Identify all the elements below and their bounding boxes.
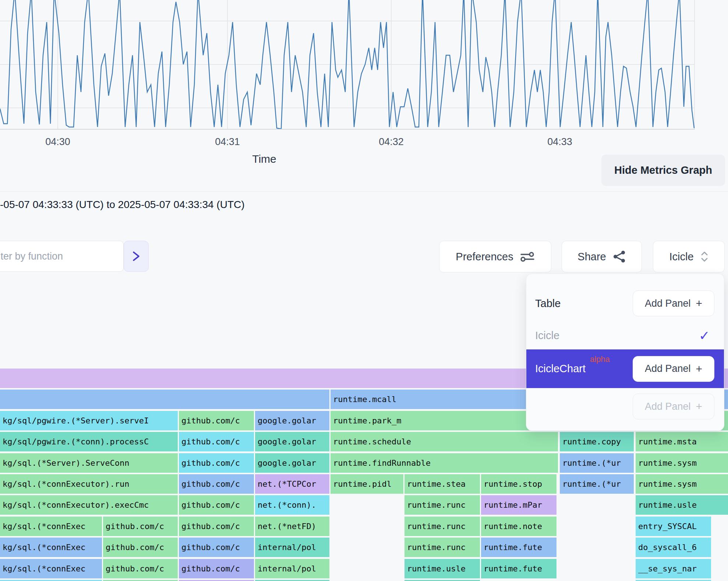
flame-cell[interactable]: runtime.sysm xyxy=(636,474,728,494)
flame-cell[interactable]: runtime.note xyxy=(481,517,556,536)
flame-cell-label: github.com/c xyxy=(181,437,240,446)
flame-cell[interactable]: kg/sql.(*connExec xyxy=(0,517,102,536)
flame-cell[interactable]: runtime.runc xyxy=(404,495,480,515)
flame-cell[interactable]: runtime.usle xyxy=(404,559,480,578)
flame-cell[interactable]: kg/sql.(*Server).ServeConn xyxy=(0,453,178,473)
flame-cell[interactable]: net.(*netFD) xyxy=(255,517,329,536)
flame-cell[interactable]: kg/sql/pgwire.(*Server).serveI xyxy=(0,411,178,430)
add-panel-label: Add Panel xyxy=(645,401,691,412)
flame-cell-label: github.com/c xyxy=(106,564,164,573)
flame-cell-label: entry_SYSCAL xyxy=(638,522,697,531)
flame-cell[interactable]: github.com/c xyxy=(179,517,254,536)
flame-cell[interactable]: do_syscall_6 xyxy=(636,538,711,557)
flame-cell[interactable]: runtime.stop xyxy=(481,474,556,494)
flame-cell-label: runtime.copy xyxy=(562,437,621,446)
flame-cell-label: runtime.note xyxy=(484,522,542,531)
flame-cell[interactable]: runtime.runc xyxy=(404,538,480,557)
menu-item-icicle-label: Icicle xyxy=(535,330,559,342)
flame-cell[interactable]: kg/sql.(*connExec xyxy=(0,538,102,557)
add-panel-iciclechart-button[interactable]: Add Panel + xyxy=(633,356,714,382)
flame-cell[interactable]: net.(*TCPCor xyxy=(255,474,329,494)
flame-cell[interactable]: kg/sql.(*connExecutor).run xyxy=(0,474,178,494)
flame-cell[interactable]: github.com/c xyxy=(179,538,254,557)
flame-cell[interactable]: runtime.stea xyxy=(404,474,480,494)
flame-cell[interactable]: internal/pol xyxy=(255,538,329,557)
flame-cell[interactable]: github.com/c xyxy=(103,517,178,536)
flame-cell-label: do_syscall_6 xyxy=(638,543,697,552)
flame-cell[interactable]: google.golar xyxy=(255,411,329,430)
flame-cell[interactable]: runtime.fute xyxy=(481,559,556,578)
flame-cell-label: runtime.mPar xyxy=(484,500,542,510)
flame-cell-label: kg/sql.(*Server).ServeConn xyxy=(3,458,129,468)
add-panel-label: Add Panel xyxy=(645,363,691,374)
add-panel-disabled-button: Add Panel + xyxy=(633,394,714,419)
menu-item-add-panel-disabled: Add Panel + xyxy=(526,388,724,425)
flame-cell[interactable]: __se_sys_nar xyxy=(636,559,711,578)
flame-cell[interactable]: runtime.(*ur xyxy=(560,474,634,494)
flame-cell[interactable]: kg/sql.(*connExecutor).execCmc xyxy=(0,495,178,515)
add-panel-label: Add Panel xyxy=(645,298,691,309)
flame-cell[interactable]: runtime.sysm xyxy=(636,453,728,473)
flame-cell[interactable]: github.com/c xyxy=(179,559,254,578)
flame-cell-label: google.golar xyxy=(258,416,316,425)
flame-cell[interactable]: github.com/c xyxy=(103,538,178,557)
flame-cell[interactable]: runtime.fute xyxy=(481,538,556,557)
add-panel-table-button[interactable]: Add Panel + xyxy=(633,290,714,316)
menu-item-table-label: Table xyxy=(535,297,561,310)
flame-cell[interactable]: google.golar xyxy=(255,453,329,473)
flame-cell-label: runtime.pidl xyxy=(333,479,392,489)
flame-cell[interactable]: net.(*conn). xyxy=(255,495,329,515)
flame-cell[interactable]: github.com/c xyxy=(179,474,254,494)
flame-cell-label: runtime.sysm xyxy=(638,458,697,468)
flame-cell[interactable]: runtime.schedule xyxy=(331,432,558,451)
flame-cell[interactable]: github.com/c xyxy=(103,559,178,578)
flame-cell[interactable]: kg/sql/pgwire.(*conn).processC xyxy=(0,432,178,451)
plus-icon: + xyxy=(696,298,703,309)
flame-cell[interactable]: kg/sql.(*connExec xyxy=(0,559,102,578)
flame-cell[interactable]: runtime.(*ur xyxy=(560,453,634,473)
flame-cell-label: github.com/c xyxy=(181,543,240,552)
flame-cell[interactable]: github.com/c xyxy=(179,453,254,473)
flame-cell-label: internal/pol xyxy=(258,564,316,573)
flame-cell[interactable]: runtime.runc xyxy=(404,517,480,536)
flame-cell[interactable]: entry_SYSCAL xyxy=(636,517,711,536)
menu-item-table[interactable]: Table Add Panel + xyxy=(526,285,724,322)
flame-cell[interactable]: runtime.msta xyxy=(636,432,728,451)
menu-item-icicle[interactable]: Icicle ✓ xyxy=(526,322,724,349)
flame-cell-label: internal/pol xyxy=(258,543,316,552)
flame-cell-label: net.(*netFD) xyxy=(258,522,316,531)
flame-cell-label: net.(*TCPCor xyxy=(258,479,316,489)
flame-cell[interactable]: runtime.usle xyxy=(636,495,728,515)
flame-cell-label: runtime.runc xyxy=(407,543,466,552)
flame-cell[interactable]: github.com/c xyxy=(179,411,254,430)
flame-cell[interactable]: google.golar xyxy=(255,432,329,451)
flame-cell[interactable]: github.com/c xyxy=(179,432,254,451)
flame-cell-label: github.com/c xyxy=(106,522,164,531)
flame-cell[interactable] xyxy=(0,390,329,409)
flame-cell[interactable]: runtime.pidl xyxy=(331,474,403,494)
flame-cell-label: github.com/c xyxy=(181,522,240,531)
flame-cell-label: __se_sys_nar xyxy=(638,564,697,573)
flame-cell[interactable]: runtime.findRunnable xyxy=(331,453,558,473)
flame-cell[interactable]: github.com/c xyxy=(179,495,254,515)
flame-cell-label: runtime.sysm xyxy=(638,479,697,489)
menu-item-iciclechart[interactable]: IcicleChart alpha Add Panel + xyxy=(526,349,724,388)
panel-type-menu: Table Add Panel + Icicle ✓ IcicleChart a… xyxy=(526,274,724,431)
flame-cell-label: runtime.findRunnable xyxy=(333,458,431,468)
flame-cell[interactable]: runtime.copy xyxy=(560,432,634,451)
flame-cell-label: google.golar xyxy=(258,437,316,446)
plus-icon: + xyxy=(696,401,703,412)
flame-cell-label: runtime.usle xyxy=(638,500,697,510)
flame-cell-label: runtime.(*ur xyxy=(562,458,621,468)
flame-cell-label: runtime.runc xyxy=(407,500,466,510)
flame-cell-label: runtime.park_m xyxy=(333,416,401,425)
flame-cell-label: runtime.fute xyxy=(484,543,542,552)
alpha-badge: alpha xyxy=(590,355,610,364)
flame-cell-label: github.com/c xyxy=(106,543,164,552)
check-icon: ✓ xyxy=(699,329,710,342)
flame-cell-label: github.com/c xyxy=(181,458,240,468)
flame-cell[interactable]: internal/pol xyxy=(255,559,329,578)
flame-cell-label: runtime.(*ur xyxy=(562,479,621,489)
flame-cell-label: runtime.schedule xyxy=(333,437,411,446)
flame-cell[interactable]: runtime.mPar xyxy=(481,495,556,515)
